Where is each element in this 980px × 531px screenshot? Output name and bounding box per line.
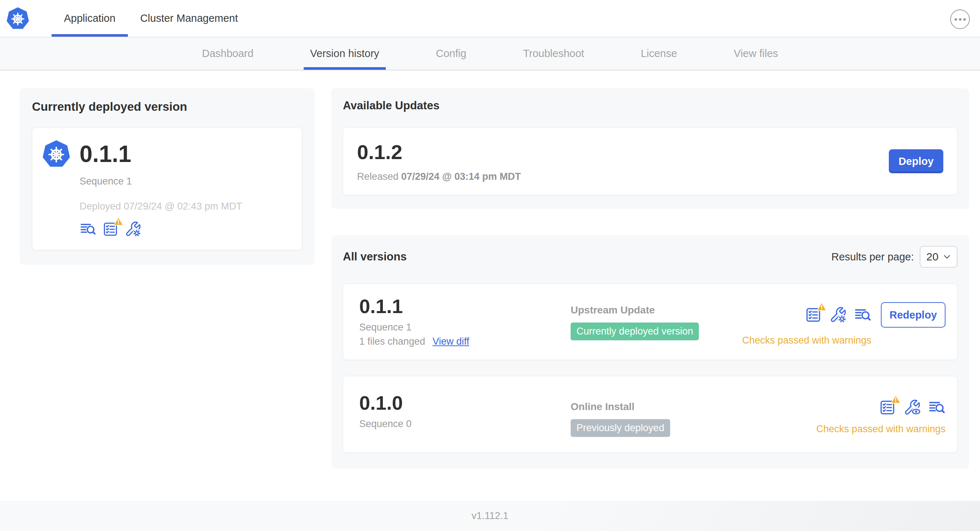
update-released-date: 07/29/24 @ 03:14 pm MDT [401,171,521,182]
chevron-down-icon [943,254,951,259]
footer: v1.112.1 [0,501,980,531]
row-source-label: Online Install [571,401,816,413]
ellipsis-icon [955,18,957,21]
update-released-line: Released 07/29/24 @ 03:14 pm MDT [357,171,521,182]
checks-status-text: Checks passed with warnings [742,335,945,346]
version-row-0-1-0: 0.1.0 Sequence 0 Online Install Previous… [343,376,958,453]
tab-version-history[interactable]: Version history [304,37,386,70]
update-version-number: 0.1.2 [357,140,521,164]
edit-config-icon[interactable] [829,306,847,324]
tab-license[interactable]: License [634,37,684,70]
preflight-checks-warning-icon[interactable] [805,306,822,324]
tab-config[interactable]: Config [430,37,473,70]
checks-status-text: Checks passed with warnings [816,423,945,435]
warning-triangle-icon [816,302,827,311]
row-sequence: Sequence 0 [359,418,571,430]
preflight-checks-warning-icon[interactable] [879,399,896,416]
currently-deployed-title: Currently deployed version [32,100,302,114]
view-diff-link[interactable]: View diff [433,336,469,347]
deploy-button[interactable]: Deploy [889,149,943,173]
row-sequence: Sequence 1 [359,322,571,333]
kubernetes-logo-icon [6,7,29,30]
row-files-changed: 1 files changed [359,336,425,347]
main-content: Currently deployed version 0.1.1 Sequenc… [0,70,980,501]
available-updates-title: Available Updates [343,99,958,112]
update-row: 0.1.2 Released 07/29/24 @ 03:14 pm MDT D… [343,127,958,195]
warning-triangle-icon [891,394,901,404]
deployed-sequence: Sequence 1 [80,176,291,187]
tab-application[interactable]: Application [52,0,128,37]
view-config-icon[interactable] [904,399,921,416]
status-badge-previously-deployed: Previously deployed [571,419,670,437]
warning-triangle-icon [113,216,124,226]
tab-troubleshoot[interactable]: Troubleshoot [517,37,590,70]
top-nav: Application Cluster Management [0,0,980,37]
deploy-logs-icon[interactable] [854,306,872,324]
currently-deployed-card: Currently deployed version 0.1.1 Sequenc… [20,88,315,265]
all-versions-title: All versions [343,250,407,263]
preflight-checks-warning-icon[interactable] [102,221,119,237]
overflow-menu-button[interactable] [950,10,970,29]
row-source-label: Upstream Update [571,304,742,316]
results-per-page-select[interactable]: 20 [920,246,958,268]
tab-view-files[interactable]: View files [727,37,784,70]
results-per-page-label: Results per page: [831,251,914,263]
tab-cluster-management-label: Cluster Management [140,12,238,24]
all-versions-card: All versions Results per page: 20 [331,235,969,469]
console-version-text: v1.112.1 [471,510,509,521]
tab-dashboard[interactable]: Dashboard [196,37,260,70]
top-tab-bar: Application Cluster Management [52,0,250,37]
version-row-0-1-1: 0.1.1 Sequence 1 1 files changed View di… [343,284,958,360]
row-version-number: 0.1.0 [359,391,571,414]
edit-config-icon[interactable] [124,221,141,237]
app-sub-nav: Dashboard Version history Config Trouble… [0,37,980,70]
tab-cluster-management[interactable]: Cluster Management [128,0,250,37]
deploy-logs-icon[interactable] [928,399,945,416]
app-logo-icon [43,140,70,168]
status-badge-currently-deployed: Currently deployed version [571,323,699,340]
deployed-timestamp: Deployed 07/29/24 @ 02:43 pm MDT [80,201,291,212]
redeploy-button[interactable]: Redeploy [881,302,945,328]
tab-application-label: Application [64,12,116,24]
row-version-number: 0.1.1 [359,295,571,318]
deploy-logs-icon[interactable] [80,221,96,237]
available-updates-card: Available Updates 0.1.2 Released 07/29/2… [331,88,969,209]
deployed-version-number: 0.1.1 [80,141,131,167]
deployed-version-tile: 0.1.1 Sequence 1 Deployed 07/29/24 @ 02:… [32,127,302,250]
